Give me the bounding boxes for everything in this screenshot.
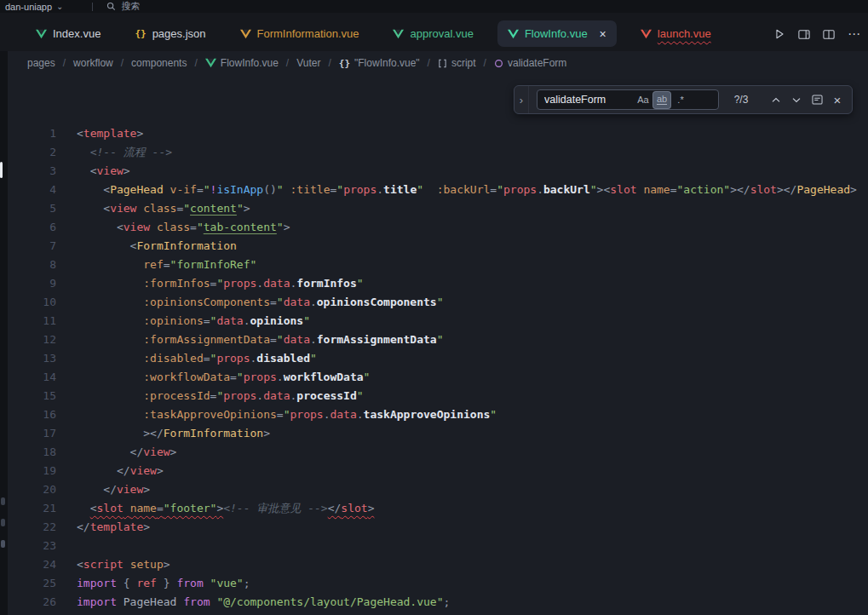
split-editor-button[interactable] bbox=[823, 29, 835, 40]
code-line-content: <PageHead v-if="!isInApp()" :title="prop… bbox=[77, 181, 857, 199]
code-line-content: </view> bbox=[77, 462, 164, 480]
breadcrumb-item-flowinfo-vue[interactable]: FlowInfo.vue bbox=[205, 57, 279, 69]
vue-file-icon bbox=[393, 29, 404, 39]
code-line-12[interactable]: 12 :formAssignmentData="data.formAssignm… bbox=[0, 330, 868, 349]
code-line-9[interactable]: 9 :formInfos="props.data.formInfos" bbox=[0, 274, 868, 293]
code-line-20[interactable]: 20 </view> bbox=[0, 480, 868, 499]
code-line-11[interactable]: 11 :opinions="data.opinions" bbox=[0, 312, 868, 330]
line-number: 25 bbox=[9, 574, 56, 593]
breadcrumb-separator: / bbox=[63, 57, 66, 69]
code-line-18[interactable]: 18 </view> bbox=[0, 443, 868, 462]
code-line-16[interactable]: 16 :taskApproveOpinions="props.data.task… bbox=[0, 405, 868, 424]
find-next-button[interactable] bbox=[787, 90, 806, 109]
whole-word-toggle[interactable]: ab bbox=[653, 92, 670, 108]
breadcrumb-item-flowinfo-vue[interactable]: {}"FlowInfo.vue" bbox=[339, 57, 420, 69]
code-line-8[interactable]: 8 ref="formInfoRef" bbox=[0, 256, 868, 274]
code-line-21[interactable]: 21 <slot name="footer"><!-- 审批意见 --></sl… bbox=[0, 499, 868, 518]
line-number: 1 bbox=[9, 124, 56, 143]
search-icon bbox=[106, 2, 116, 11]
vue-file-icon bbox=[508, 29, 519, 39]
global-search-label: 搜索 bbox=[121, 0, 140, 13]
code-line-22[interactable]: 22</template> bbox=[0, 518, 868, 537]
code-line-content: <slot name="footer"><!-- 审批意见 --></slot> bbox=[77, 499, 374, 518]
breadcrumb-item-script[interactable]: script bbox=[438, 57, 476, 69]
breadcrumb-separator: / bbox=[428, 57, 430, 69]
editor-actions: ⋯ bbox=[773, 26, 863, 47]
tab-flowinfo-vue[interactable]: FlowInfo.vue× bbox=[497, 20, 617, 47]
find-close-button[interactable]: × bbox=[828, 90, 847, 109]
code-line-3[interactable]: 3 <view> bbox=[0, 162, 868, 181]
code-line-content: :disabled="props.disabled" bbox=[77, 349, 317, 368]
tab-forminformation-vue[interactable]: FormInformation.vue bbox=[230, 20, 370, 47]
find-prev-button[interactable] bbox=[767, 90, 785, 109]
code-line-25[interactable]: 25import { ref } from "vue"; bbox=[0, 574, 868, 593]
code-line-17[interactable]: 17 ></FormInformation> bbox=[0, 424, 868, 443]
code-line-content: <!-- 流程 --> bbox=[77, 143, 172, 162]
project-menu[interactable]: dan-uniapp ⌄ bbox=[5, 2, 63, 12]
code-line-24[interactable]: 24<script setup> bbox=[0, 555, 868, 574]
code-line-content: :formAssignmentData="data.formAssignment… bbox=[77, 330, 444, 349]
code-line-5[interactable]: 5 <view class="content"> bbox=[0, 199, 868, 218]
find-toggles: Aa ab .* bbox=[635, 92, 689, 108]
layout-toggle-button[interactable] bbox=[798, 29, 810, 40]
find-expand-toggle[interactable]: › bbox=[514, 86, 529, 113]
regex-toggle[interactable]: .* bbox=[672, 92, 689, 108]
code-line-23[interactable]: 23 bbox=[0, 537, 868, 555]
code-line-26[interactable]: 26import PageHead from "@/components/lay… bbox=[0, 593, 868, 612]
breadcrumb-item-validateform[interactable]: validateForm bbox=[494, 57, 566, 69]
code-line-content: </template> bbox=[77, 518, 150, 537]
code-line-content: import { ref } from "vue"; bbox=[77, 574, 250, 593]
breadcrumb-separator: / bbox=[328, 57, 331, 69]
code-line-6[interactable]: 6 <view class="tab-content"> bbox=[0, 218, 868, 237]
code-area[interactable]: 1<template>2 <!-- 流程 -->3 <view>4 <PageH… bbox=[0, 75, 868, 612]
titlebar-divider bbox=[92, 3, 93, 11]
breadcrumb-label: validateForm bbox=[508, 57, 566, 69]
code-line-content: :opinions="data.opinions" bbox=[77, 312, 310, 330]
tab-label: launch.vue bbox=[658, 27, 711, 40]
breadcrumb-label: script bbox=[451, 57, 476, 69]
activity-mark bbox=[1, 519, 5, 526]
line-number: 21 bbox=[9, 499, 56, 518]
run-button[interactable] bbox=[773, 28, 785, 40]
close-icon[interactable]: × bbox=[600, 28, 606, 40]
tab-approval-vue[interactable]: approval.vue bbox=[382, 20, 483, 47]
code-line-7[interactable]: 7 <FormInformation bbox=[0, 237, 868, 256]
line-number: 8 bbox=[9, 256, 56, 274]
project-name: dan-uniapp bbox=[5, 2, 52, 12]
code-line-10[interactable]: 10 :opinionsComponents="data.opinionsCom… bbox=[0, 293, 868, 312]
code-line-4[interactable]: 4 <PageHead v-if="!isInApp()" :title="pr… bbox=[0, 181, 868, 199]
code-line-19[interactable]: 19 </view> bbox=[0, 462, 868, 480]
layout-icon bbox=[798, 29, 810, 40]
code-line-14[interactable]: 14 :workflowData="props.workflowData" bbox=[0, 368, 868, 387]
tab-index-vue[interactable]: Index.vue bbox=[26, 20, 111, 47]
open-editor-tabs: Index.vue{}pages.jsonFormInformation.vue… bbox=[26, 20, 721, 47]
breadcrumb-item-workflow[interactable]: workflow bbox=[73, 57, 113, 69]
breadcrumb-item-components[interactable]: components bbox=[131, 57, 187, 69]
editor-pane: 1<template>2 <!-- 流程 -->3 <view>4 <PageH… bbox=[0, 75, 868, 615]
match-case-toggle[interactable]: Aa bbox=[635, 92, 652, 108]
activity-mark bbox=[1, 497, 5, 505]
line-number: 20 bbox=[9, 480, 56, 499]
tab-label: Index.vue bbox=[53, 27, 101, 40]
breadcrumb-label: Vuter bbox=[296, 57, 320, 69]
find-input[interactable] bbox=[544, 94, 635, 106]
symbol-method-icon bbox=[494, 59, 503, 68]
code-line-2[interactable]: 2 <!-- 流程 --> bbox=[0, 143, 868, 162]
global-search-button[interactable]: 搜索 bbox=[106, 0, 140, 13]
vue-file-icon bbox=[205, 58, 216, 68]
find-in-selection-icon bbox=[812, 95, 823, 105]
line-number: 11 bbox=[9, 312, 56, 330]
more-actions-button[interactable]: ⋯ bbox=[848, 26, 861, 42]
tab-pages-json[interactable]: {}pages.json bbox=[124, 20, 216, 47]
code-line-1[interactable]: 1<template> bbox=[0, 124, 868, 143]
code-line-13[interactable]: 13 :disabled="props.disabled" bbox=[0, 349, 868, 368]
breadcrumb-item-pages[interactable]: pages bbox=[27, 57, 55, 69]
line-number: 26 bbox=[9, 593, 56, 612]
tab-launch-vue[interactable]: launch.vue bbox=[630, 20, 721, 47]
line-number: 7 bbox=[9, 237, 56, 256]
line-number: 19 bbox=[9, 462, 56, 480]
code-line-content: <FormInformation bbox=[77, 237, 237, 256]
breadcrumb-item-vuter[interactable]: Vuter bbox=[296, 57, 320, 69]
code-line-15[interactable]: 15 :processId="props.data.processId" bbox=[0, 387, 868, 405]
find-in-selection-button[interactable] bbox=[808, 90, 826, 109]
